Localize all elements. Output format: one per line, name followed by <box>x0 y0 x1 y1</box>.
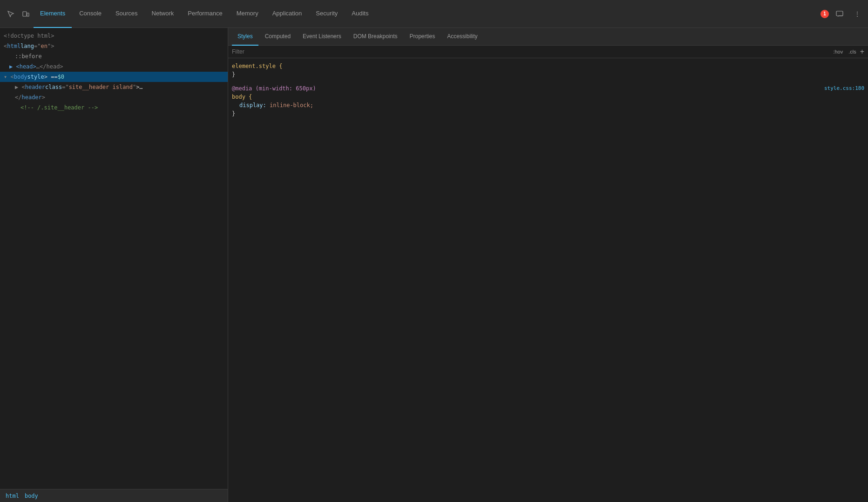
error-count: 1 <box>821 10 829 18</box>
tree-line-html[interactable]: <html lang="en"> <box>0 41 228 51</box>
tab-performance[interactable]: Performance <box>181 0 229 28</box>
rule-selector-1: element.style { <box>232 63 282 69</box>
inspect-element-btn[interactable] <box>4 7 18 21</box>
rule-element-style: element.style { } <box>232 62 864 79</box>
rule-brace-2: } <box>232 110 235 117</box>
tab-event-listeners[interactable]: Event Listeners <box>297 28 347 46</box>
elements-panel: <!doctype html> <html lang="en"> ::befor… <box>0 28 228 502</box>
tab-styles[interactable]: Styles <box>232 28 258 46</box>
breadcrumb-bar: html body <box>0 489 228 502</box>
tab-computed[interactable]: Computed <box>259 28 296 46</box>
tree-line-body[interactable]: ▾ <body style> == $0 <box>0 72 228 82</box>
tab-application[interactable]: Application <box>266 0 309 28</box>
tab-network[interactable]: Network <box>145 0 181 28</box>
device-toolbar-btn[interactable] <box>19 7 33 21</box>
tab-elements[interactable]: Elements <box>34 0 72 28</box>
cls-btn[interactable]: .cls <box>847 48 858 55</box>
rule-brace-1: } <box>232 71 235 78</box>
styles-tabs: Styles Computed Event Listeners DOM Brea… <box>228 28 868 46</box>
styles-content: element.style { } @media (min-width: 650… <box>228 58 868 502</box>
media-query: @media (min-width: 650px) <box>232 85 316 92</box>
rule-source-link[interactable]: style.css:180 <box>824 84 864 93</box>
tree-line-header-close[interactable]: </header> <box>0 92 228 102</box>
tree-line-doctype[interactable]: <!doctype html> <box>0 31 228 41</box>
rule-value-display: inline-block; <box>270 102 313 109</box>
svg-rect-0 <box>23 12 27 16</box>
filter-input[interactable] <box>232 48 827 55</box>
hov-btn[interactable]: :hov <box>831 48 845 55</box>
svg-rect-2 <box>836 11 843 16</box>
tree-line-comment[interactable]: <!-- /.site__header --> <box>0 102 228 113</box>
tree-line-head[interactable]: ▶ <head>…</head> <box>0 61 228 72</box>
more-options-btn[interactable]: ⋮ <box>850 7 864 21</box>
rule-media-query: @media (min-width: 650px) style.css:180 … <box>232 84 864 118</box>
main-area: <!doctype html> <html lang="en"> ::befor… <box>0 28 868 502</box>
toolbar-right: 1 ⋮ <box>821 7 864 21</box>
error-badge[interactable]: 1 <box>821 10 829 18</box>
tab-dom-breakpoints[interactable]: DOM Breakpoints <box>348 28 403 46</box>
tab-audits[interactable]: Audits <box>345 0 375 28</box>
devtools-toolbar: Elements Console Sources Network Perform… <box>0 0 868 28</box>
svg-rect-1 <box>27 13 29 16</box>
tab-accessibility[interactable]: Accessibility <box>441 28 483 46</box>
tab-security[interactable]: Security <box>309 0 344 28</box>
tab-sources[interactable]: Sources <box>109 0 144 28</box>
filter-actions: :hov .cls + <box>831 47 864 56</box>
tree-line-header[interactable]: ▶ <header class="site__header island">… <box>0 82 228 92</box>
elements-tree: <!doctype html> <html lang="en"> ::befor… <box>0 28 228 489</box>
tab-memory[interactable]: Memory <box>230 0 265 28</box>
tab-console[interactable]: Console <box>73 0 108 28</box>
styles-panel: Styles Computed Event Listeners DOM Brea… <box>228 28 868 502</box>
rule-selector-body: body { <box>232 94 252 100</box>
tree-line-before[interactable]: ::before <box>0 51 228 61</box>
rule-property-display: display: <box>232 102 266 109</box>
breadcrumb-body[interactable]: body <box>23 492 40 500</box>
tab-properties[interactable]: Properties <box>404 28 441 46</box>
add-rule-btn[interactable]: + <box>860 47 864 56</box>
styles-filter-bar: :hov .cls + <box>228 46 868 58</box>
feedback-btn[interactable] <box>833 7 847 21</box>
breadcrumb-html[interactable]: html <box>4 492 21 500</box>
